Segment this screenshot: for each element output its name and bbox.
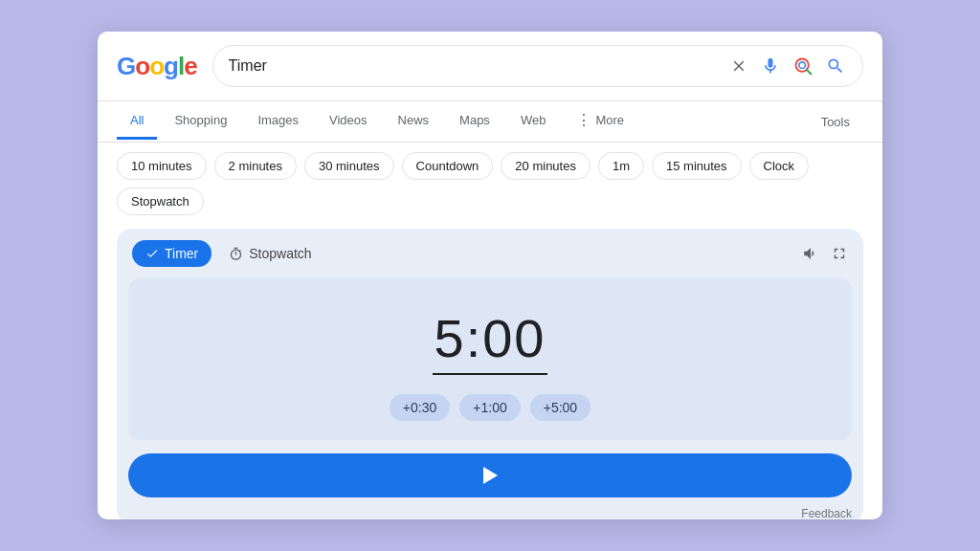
tab-shopping[interactable]: Shopping [161, 103, 240, 140]
quick-add-5m[interactable]: +5:00 [530, 394, 590, 421]
chip-stopwatch[interactable]: Stopwatch [117, 187, 204, 215]
tab-images[interactable]: Images [244, 103, 312, 140]
timer-display-area: 5:00 +0:30 +1:00 +5:00 [128, 278, 852, 440]
chip-20min[interactable]: 20 minutes [501, 152, 590, 180]
clear-icon[interactable] [728, 55, 749, 77]
search-icon[interactable] [824, 55, 847, 77]
feedback-link[interactable]: Feedback [801, 507, 852, 519]
chip-2min[interactable]: 2 minutes [214, 152, 297, 180]
sound-icon[interactable] [802, 245, 819, 262]
chip-clock[interactable]: Clock [749, 152, 810, 180]
chip-countdown[interactable]: Countdown [402, 152, 494, 180]
chip-1m[interactable]: 1m [598, 152, 644, 180]
tools-button[interactable]: Tools [808, 105, 863, 139]
timer-underline [433, 373, 547, 375]
search-icons [728, 55, 847, 77]
tab-maps[interactable]: Maps [446, 103, 503, 140]
tab-videos[interactable]: Videos [316, 103, 381, 140]
tab-web[interactable]: Web [507, 103, 560, 140]
feedback-row: Feedback [117, 505, 863, 519]
timer-tab[interactable]: Timer [132, 240, 212, 267]
stopwatch-tab[interactable]: Stopwatch [215, 240, 324, 267]
chip-10min[interactable]: 10 minutes [117, 152, 207, 180]
chip-30min[interactable]: 30 minutes [304, 152, 394, 180]
lens-icon[interactable] [791, 55, 814, 77]
svg-point-2 [799, 62, 806, 69]
tab-all[interactable]: All [117, 103, 157, 140]
voice-search-icon[interactable] [759, 55, 782, 77]
start-button[interactable] [128, 453, 852, 497]
quick-add-1m[interactable]: +1:00 [459, 394, 520, 421]
header: Google [98, 32, 882, 101]
browser-window: Google All Shopping Images [98, 32, 882, 519]
fullscreen-icon[interactable] [831, 245, 848, 262]
timer-tab-label: Timer [165, 246, 198, 261]
stopwatch-tab-label: Stopwatch [249, 246, 311, 261]
start-btn-container [117, 440, 863, 505]
search-bar [212, 45, 863, 87]
tab-icons [802, 245, 848, 262]
google-logo: Google [117, 52, 197, 81]
quick-add-30s[interactable]: +0:30 [390, 394, 450, 421]
filter-chips: 10 minutes 2 minutes 30 minutes Countdow… [98, 143, 882, 225]
main-content: Timer Stopwatch 5:00 [98, 225, 882, 519]
more-dots-icon: ⋮ [576, 111, 591, 129]
timer-widget: Timer Stopwatch 5:00 [117, 229, 863, 519]
timer-time-display[interactable]: 5:00 [434, 307, 546, 369]
quick-add-buttons: +0:30 +1:00 +5:00 [390, 394, 590, 421]
timer-widget-header: Timer Stopwatch [117, 229, 863, 278]
nav-tabs: All Shopping Images Videos News Maps Web… [98, 101, 882, 143]
tab-news[interactable]: News [385, 103, 443, 140]
play-icon [483, 467, 498, 484]
chip-15min[interactable]: 15 minutes [652, 152, 742, 180]
tab-more[interactable]: ⋮ More [563, 101, 637, 142]
search-input[interactable] [229, 57, 719, 75]
svg-line-1 [807, 70, 812, 75]
